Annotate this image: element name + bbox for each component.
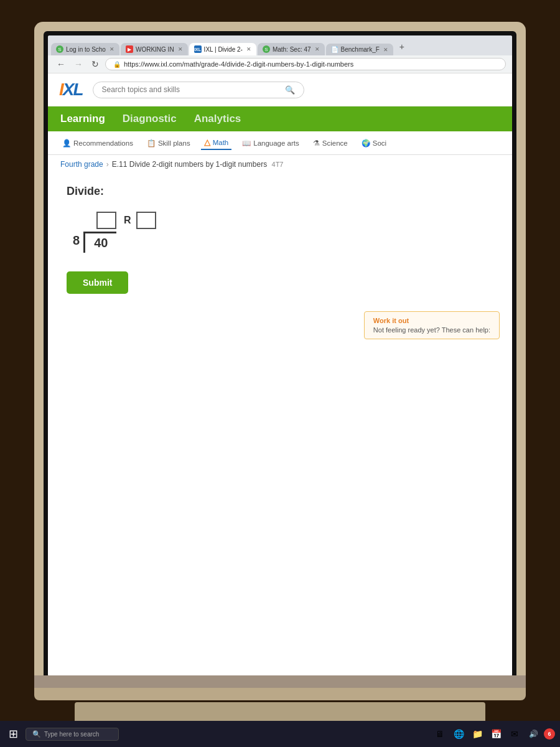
tab-close-4[interactable]: ✕ bbox=[315, 46, 320, 52]
page-content: IXL 🔍 Learning Diagnostic Analytics bbox=[48, 73, 512, 676]
skill-id: 4T7 bbox=[272, 161, 284, 168]
tab-close-5[interactable]: ✕ bbox=[383, 47, 388, 53]
tab-benchmark[interactable]: 📄 Benchmark_F ✕ bbox=[326, 44, 393, 55]
breadcrumb-skill: E.11 Divide 2-digit numbers by 1-digit n… bbox=[112, 160, 284, 169]
taskbar-search-icon: 🔍 bbox=[32, 730, 41, 738]
work-it-out-title: Work it out bbox=[373, 317, 490, 324]
tab-label-5: Benchmark_F bbox=[341, 46, 380, 53]
problem-area: Divide: R 8 bbox=[48, 174, 512, 305]
work-it-out-subtitle: Not feeling ready yet? These can help: bbox=[373, 326, 490, 334]
submit-button[interactable]: Submit bbox=[67, 271, 128, 294]
divisor-number: 8 bbox=[73, 232, 80, 249]
sub-nav-science[interactable]: ⚗ Science bbox=[310, 137, 351, 149]
sub-nav: 👤 Recommendations 📋 Skill plans △ Math 📖… bbox=[48, 131, 512, 155]
recommendations-icon: 👤 bbox=[62, 139, 71, 148]
tab-close-3[interactable]: ✕ bbox=[246, 46, 251, 52]
ixl-logo: IXL bbox=[59, 80, 83, 100]
tab-label-3: IXL | Divide 2- bbox=[204, 46, 243, 53]
work-it-out-section: Work it out Not feeling ready yet? These… bbox=[48, 305, 512, 348]
nav-diagnostic[interactable]: Diagnostic bbox=[123, 113, 177, 125]
quotient-input[interactable] bbox=[96, 212, 116, 229]
taskbar-icon-volume[interactable]: 🔊 bbox=[525, 726, 541, 742]
tab-favicon-4: S bbox=[263, 45, 270, 53]
remainder-input[interactable] bbox=[136, 212, 156, 229]
languagearts-icon: 📖 bbox=[242, 139, 251, 148]
sub-nav-skillplans[interactable]: 📋 Skill plans bbox=[144, 137, 194, 149]
main-nav-bar: Learning Diagnostic Analytics bbox=[48, 106, 512, 131]
tab-favicon-1: S bbox=[56, 45, 63, 53]
taskbar-icon-browser[interactable]: 🌐 bbox=[450, 726, 467, 742]
taskbar-search-text: Type here to search bbox=[44, 731, 99, 738]
tab-favicon-2: ▶ bbox=[126, 45, 133, 53]
tab-close-2[interactable]: ✕ bbox=[178, 46, 183, 52]
tab-favicon-3: IXL bbox=[194, 45, 202, 53]
math-icon: △ bbox=[204, 138, 210, 147]
nav-learning[interactable]: Learning bbox=[60, 113, 105, 125]
start-button[interactable]: ⊞ bbox=[5, 726, 22, 742]
breadcrumb-separator: › bbox=[106, 160, 109, 169]
taskbar-icon-display[interactable]: 🖥 bbox=[432, 726, 448, 742]
tab-bar: S Log in to Scho ✕ ▶ WORKING IN ✕ IXL IX… bbox=[48, 35, 512, 55]
refresh-button[interactable]: ↻ bbox=[89, 58, 101, 70]
address-bar: ← → ↻ 🔒 https://www.ixl.com/math/grade-4… bbox=[48, 55, 512, 73]
dividend-number: 40 bbox=[94, 236, 108, 250]
back-button[interactable]: ← bbox=[54, 58, 68, 70]
tab-ixl-active[interactable]: IXL IXL | Divide 2- ✕ bbox=[189, 43, 256, 55]
tab-label-2: WORKING IN bbox=[136, 46, 174, 53]
skillplans-icon: 📋 bbox=[147, 139, 156, 148]
taskbar-search[interactable]: 🔍 Type here to search bbox=[26, 728, 119, 741]
science-icon: ⚗ bbox=[313, 139, 320, 148]
work-it-out-box: Work it out Not feeling ready yet? These… bbox=[364, 311, 500, 339]
search-input[interactable] bbox=[102, 85, 281, 94]
search-icon: 🔍 bbox=[285, 85, 295, 95]
sub-nav-math[interactable]: △ Math bbox=[201, 136, 232, 150]
search-container: 🔍 bbox=[93, 82, 304, 98]
taskbar-app-icons: 🖥 🌐 📁 📅 ✉ 🔊 6 bbox=[432, 726, 555, 742]
taskbar-icon-mail[interactable]: ✉ bbox=[506, 726, 523, 742]
ixl-header: IXL 🔍 bbox=[48, 73, 512, 106]
forward-button[interactable]: → bbox=[72, 58, 85, 70]
tab-log-in[interactable]: S Log in to Scho ✕ bbox=[51, 43, 119, 55]
bracket-symbol: 40 bbox=[80, 232, 116, 253]
url-field[interactable]: 🔒 https://www.ixl.com/math/grade-4/divid… bbox=[105, 58, 506, 70]
division-bracket-row: 8 40 bbox=[73, 232, 493, 253]
tab-working-in[interactable]: ▶ WORKING IN ✕ bbox=[121, 43, 188, 55]
taskbar-notification[interactable]: 6 bbox=[544, 728, 555, 740]
tab-favicon-5: 📄 bbox=[331, 46, 338, 53]
sub-nav-languagearts[interactable]: 📖 Language arts bbox=[239, 137, 302, 149]
taskbar-icon-calendar[interactable]: 📅 bbox=[488, 726, 504, 742]
sub-nav-recommendations[interactable]: 👤 Recommendations bbox=[59, 137, 136, 149]
lock-icon: 🔒 bbox=[113, 61, 121, 68]
tab-label-4: Math: Sec: 47 bbox=[273, 46, 311, 53]
taskbar-icon-folder[interactable]: 📁 bbox=[469, 726, 485, 742]
taskbar: ⊞ 🔍 Type here to search 🖥 🌐 📁 📅 ✉ 🔊 6 bbox=[0, 721, 560, 747]
problem-title: Divide: bbox=[67, 185, 493, 198]
breadcrumb-grade[interactable]: Fourth grade bbox=[60, 160, 103, 169]
remainder-label: R bbox=[124, 215, 131, 226]
social-icon: 🌍 bbox=[362, 139, 370, 148]
tab-close-1[interactable]: ✕ bbox=[110, 46, 114, 52]
new-tab-btn[interactable]: + bbox=[394, 39, 409, 54]
division-layout: R 8 40 bbox=[73, 212, 493, 253]
quotient-row: R bbox=[96, 212, 493, 229]
browser-window: S Log in to Scho ✕ ▶ WORKING IN ✕ IXL IX… bbox=[48, 35, 512, 676]
breadcrumb: Fourth grade › E.11 Divide 2-digit numbe… bbox=[48, 155, 512, 174]
url-text: https://www.ixl.com/math/grade-4/divide-… bbox=[124, 60, 353, 68]
sub-nav-social[interactable]: 🌍 Soci bbox=[358, 137, 390, 149]
nav-analytics[interactable]: Analytics bbox=[194, 113, 241, 125]
tab-math-sec[interactable]: S Math: Sec: 47 ✕ bbox=[258, 43, 325, 55]
tab-label-1: Log in to Scho bbox=[66, 46, 106, 53]
